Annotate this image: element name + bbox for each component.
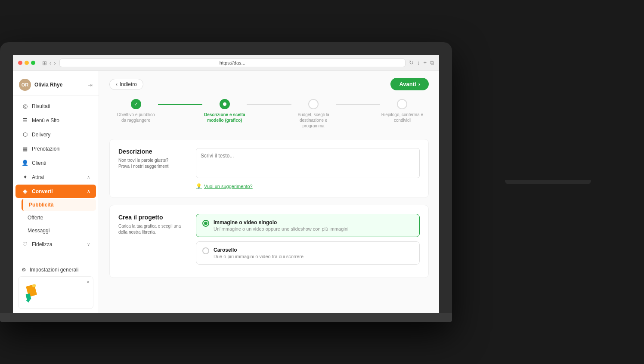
connector-2-3 (247, 104, 291, 105)
step-2-label: Descrizione e scelta modello (grafico) (203, 112, 246, 123)
attrai-chevron-icon: ∧ (87, 175, 90, 179)
add-tab-icon[interactable]: + (423, 59, 427, 66)
step-4-circle (397, 99, 407, 109)
laptop-base (0, 313, 452, 322)
progetto-left: Crea il progetto Carica la tua grafica o… (118, 214, 187, 269)
stepper: ✓ Obiettivo e pubblico da raggiungere De… (109, 99, 429, 129)
sidebar-item-pubblicita[interactable]: Pubblicità (22, 199, 96, 211)
converti-chevron-icon: ∧ (87, 189, 90, 194)
suggestion-link[interactable]: 💡 Vuoi un suggerimento? (196, 183, 420, 189)
fidelizza-label: Fidelizza (32, 241, 52, 247)
app-layout: OR Olivia Rhye ⇥ ◎ Risultati ☰ Menù e Si… (13, 71, 439, 313)
step-4: Riepilogo, conferma e condividi (380, 99, 424, 123)
step-2-dot (223, 102, 226, 106)
step-2: Descrizione e scelta modello (grafico) (202, 99, 247, 123)
settings-item[interactable]: ⚙ Impostazioni generali (15, 263, 96, 276)
fullscreen-dot[interactable] (31, 61, 35, 65)
tabs-icon[interactable]: ⧉ (430, 59, 434, 66)
sidebar-item-offerte[interactable]: Offerte (22, 212, 96, 224)
user-section: OR Olivia Rhye ⇥ (13, 74, 99, 96)
back-label: Indietro (120, 81, 137, 87)
step-1-check-icon: ✓ (134, 101, 138, 107)
delivery-label: Delivery (32, 132, 50, 138)
descrizione-title: Descrizione (118, 148, 187, 155)
sidebar: OR Olivia Rhye ⇥ ◎ Risultati ☰ Menù e Si… (13, 71, 99, 313)
step-1: ✓ Obiettivo e pubblico da raggiungere (114, 99, 158, 123)
radio-carosello (202, 247, 209, 254)
close-dot[interactable] (18, 61, 22, 65)
connector-3-4 (336, 104, 380, 105)
sidebar-toggle-icon[interactable]: ⊞ (42, 60, 47, 66)
menu-sito-icon: ☰ (22, 117, 28, 123)
sidebar-item-attrai[interactable]: ✦ Attrai ∧ (15, 170, 96, 184)
settings-label: Impostazioni generali (30, 267, 78, 273)
minimize-dot[interactable] (25, 61, 29, 65)
download-icon[interactable]: ↓ (417, 59, 420, 66)
sidebar-item-converti[interactable]: ◈ Converti ∧ (15, 185, 96, 198)
converti-label: Converti (32, 188, 53, 194)
sidebar-item-risultati[interactable]: ◎ Risultati (15, 99, 96, 113)
back-browser-icon[interactable]: ‹ (50, 60, 51, 66)
back-arrow-icon: ‹ (116, 81, 118, 87)
clienti-label: Clienti (32, 160, 46, 166)
progetto-title: Crea il progetto (118, 214, 187, 221)
step-3-circle (308, 99, 319, 109)
option-carosello-desc: Due o più immagini o video tra cui scorr… (214, 254, 303, 259)
step-3-label: Budget, scegli la destinazione e program… (292, 112, 335, 129)
progetto-row: Crea il progetto Carica la tua grafica o… (118, 214, 420, 269)
sidebar-item-prenotazioni[interactable]: ▤ Prenotazioni (15, 142, 96, 155)
main-content: ‹ Indietro Avanti › ✓ Obiettivo e pubbli… (99, 71, 439, 313)
attrai-icon: ✦ (22, 174, 28, 180)
user-name: Olivia Rhye (34, 82, 84, 88)
option-immagine-video-text: Immagine o video singolo Un'immagine o u… (214, 219, 348, 231)
step-2-circle (220, 99, 230, 109)
attrai-label: Attrai (32, 174, 44, 180)
logout-icon[interactable]: ⇥ (88, 82, 93, 88)
url-bar[interactable]: https://das... (59, 59, 406, 67)
connector-1-2 (158, 104, 202, 105)
option-immagine-video-desc: Un'immagine o un video oppure uno slides… (214, 226, 348, 231)
converti-icon: ◈ (22, 188, 28, 194)
prenotazioni-label: Prenotazioni (32, 146, 61, 152)
descrizione-section: Descrizione Non trovi le parole giuste? … (109, 139, 429, 198)
clienti-icon: 👤 (22, 160, 28, 166)
promo-close-button[interactable]: × (87, 279, 90, 284)
step-4-label: Riepilogo, conferma e condividi (381, 112, 424, 123)
sidebar-item-delivery[interactable]: ⬡ Delivery (15, 128, 96, 141)
next-arrow-icon: › (418, 81, 420, 87)
hint-line2: Prova i nostri suggerimenti (118, 164, 169, 169)
prenotazioni-icon: ▤ (22, 145, 28, 152)
option-immagine-video-label: Immagine o video singolo (214, 219, 348, 225)
descrizione-row: Descrizione Non trovi le parole giuste? … (118, 148, 420, 189)
step-1-circle: ✓ (131, 99, 141, 109)
descrizione-textarea[interactable] (196, 148, 420, 178)
hint-line1: Non trovi le parole giuste? (118, 158, 168, 163)
refresh-icon[interactable]: ↻ (409, 59, 414, 66)
option-immagine-video[interactable]: Immagine o video singolo Un'immagine o u… (196, 214, 420, 237)
sidebar-item-clienti[interactable]: 👤 Clienti (15, 156, 96, 170)
promo-image (23, 281, 44, 302)
option-carosello[interactable]: Carosello Due o più immagini o video tra… (196, 241, 420, 265)
radio-immagine-video (202, 220, 209, 227)
descrizione-right: 💡 Vuoi un suggerimento? (196, 148, 420, 189)
sidebar-item-messaggi[interactable]: Messaggi (22, 225, 96, 237)
laptop-foot (505, 180, 591, 184)
pubblicita-label: Pubblicità (29, 202, 53, 208)
top-nav: ‹ Indietro Avanti › (109, 78, 429, 90)
step-3: Budget, scegli la destinazione e program… (291, 99, 336, 129)
forward-browser-icon[interactable]: › (54, 60, 56, 66)
messaggi-label: Messaggi (28, 228, 50, 234)
settings-icon: ⚙ (22, 267, 26, 273)
progetto-right: Immagine o video singolo Un'immagine o u… (196, 214, 420, 269)
next-button[interactable]: Avanti › (390, 78, 429, 90)
descrizione-left: Descrizione Non trovi le parole giuste? … (118, 148, 187, 189)
suggestion-label: Vuoi un suggerimento? (204, 184, 253, 189)
delivery-icon: ⬡ (22, 131, 28, 138)
fidelizza-icon: ♡ (22, 241, 28, 247)
window-controls (18, 61, 35, 65)
risultati-icon: ◎ (22, 103, 28, 109)
back-button[interactable]: ‹ Indietro (109, 79, 143, 90)
sidebar-item-menu-sito[interactable]: ☰ Menù e Sito (15, 114, 96, 127)
sidebar-item-fidelizza[interactable]: ♡ Fidelizza ∨ (15, 238, 96, 251)
next-label: Avanti (399, 81, 416, 87)
